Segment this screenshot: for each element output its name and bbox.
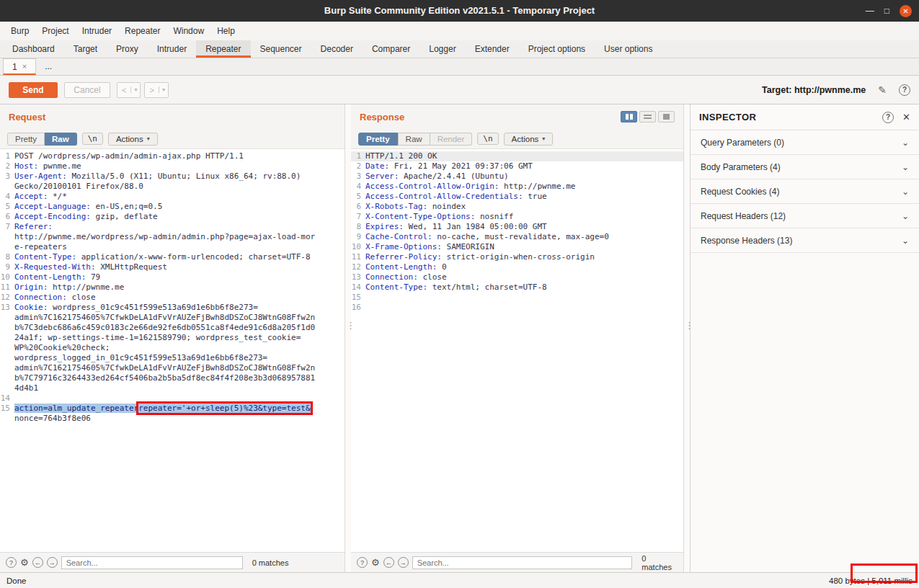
editor-line: 1HTTP/1.1 200 OK	[351, 151, 683, 161]
menu-intruder[interactable]: Intruder	[76, 24, 118, 38]
layout-columns-icon[interactable]	[621, 111, 637, 122]
request-search-matches: 0 matches	[252, 558, 289, 567]
close-tab-icon[interactable]: ×	[22, 62, 27, 71]
inspector-close-icon[interactable]: ✕	[902, 112, 910, 122]
request-pretty-tab[interactable]: Pretty	[7, 133, 45, 146]
edit-target-icon[interactable]: ✎	[878, 84, 887, 96]
request-response-splitter[interactable]: ⋮	[345, 104, 351, 572]
editor-line: 3Server: Apache/2.4.41 (Ubuntu)	[351, 172, 683, 182]
editor-line: e-repeaters	[0, 242, 345, 252]
editor-line: 7X-Content-Type-Options: nosniff	[351, 212, 683, 222]
editor-line: 5Accept-Language: en-US,en;q=0.5	[0, 202, 345, 212]
request-search-input[interactable]	[61, 556, 243, 569]
history-back-button[interactable]: < ▾	[117, 82, 141, 98]
editor-line: b%7C79716c3264433ed264cf5406ba2b5ba5df8e…	[0, 373, 345, 383]
response-actions-button[interactable]: Actions ▾	[504, 133, 554, 146]
chevron-down-icon: ⌄	[902, 138, 909, 148]
caret-down-icon: ▾	[542, 135, 545, 142]
search-next-icon[interactable]: →	[47, 557, 58, 568]
editor-line: admin%7C1621754605%7CfwkDeLA1dFvVrAUZeFj…	[0, 363, 345, 373]
layout-toggle-group	[621, 111, 675, 122]
menu-project[interactable]: Project	[35, 24, 75, 38]
show-newlines-button[interactable]: \n	[477, 133, 498, 145]
content-area: Request Pretty Raw \n Actions ▾ 1POST /w…	[0, 104, 919, 572]
tab-repeater[interactable]: Repeater	[196, 40, 250, 58]
response-metrics: 480 bytes | 5,011 millis	[829, 576, 913, 585]
search-next-icon[interactable]: →	[398, 557, 409, 568]
inspector-help-icon[interactable]: ?	[882, 112, 894, 123]
drag-handle-icon: ⋮	[685, 320, 694, 331]
history-forward-button[interactable]: > ▾	[144, 82, 168, 98]
inspector-section-request-cookies[interactable]: Request Cookies (4) ⌄	[691, 179, 919, 204]
response-inspector-splitter[interactable]: ⋮	[683, 104, 690, 572]
inspector-section-request-headers[interactable]: Request Headers (12) ⌄	[691, 204, 919, 228]
inspector-section-response-headers[interactable]: Response Headers (13) ⌄	[691, 228, 919, 253]
search-settings-icon[interactable]: ⚙	[20, 557, 29, 568]
request-search-bar: ? ⚙ ← → 0 matches	[0, 552, 345, 572]
request-actions-button[interactable]: Actions ▾	[108, 133, 158, 146]
tab-intruder[interactable]: Intruder	[148, 40, 196, 58]
request-raw-tab[interactable]: Raw	[45, 133, 77, 146]
send-button[interactable]: Send	[9, 82, 58, 98]
response-render-tab[interactable]: Render	[430, 133, 473, 146]
main-tab-bar: Dashboard Target Proxy Intruder Repeater…	[0, 40, 919, 58]
editor-line: 3User-Agent: Mozilla/5.0 (X11; Ubuntu; L…	[0, 172, 345, 182]
target-label: Target: http://pwnme.me	[762, 85, 866, 95]
help-icon[interactable]: ?	[899, 84, 910, 96]
tab-user-options[interactable]: User options	[595, 40, 662, 58]
menu-repeater[interactable]: Repeater	[118, 24, 167, 38]
layout-rows-icon[interactable]	[639, 111, 656, 122]
tab-extender[interactable]: Extender	[466, 40, 519, 58]
editor-line: 4Access-Control-Allow-Origin: http://pwn…	[351, 182, 683, 192]
layout-single-icon[interactable]	[658, 111, 675, 122]
minimize-icon[interactable]: —	[866, 6, 874, 15]
search-help-icon[interactable]: ?	[357, 557, 368, 568]
menu-bar: Burp Project Intruder Repeater Window He…	[0, 22, 919, 40]
caret-down-icon[interactable]: ▾	[130, 86, 140, 93]
chevron-down-icon: ⌄	[902, 236, 909, 246]
editor-line: 6X-Robots-Tag: noindex	[351, 202, 683, 212]
close-window-icon[interactable]: ✕	[900, 5, 912, 17]
response-editor[interactable]: 1HTTP/1.1 200 OK2Date: Fri, 21 May 2021 …	[351, 148, 683, 552]
tab-logger[interactable]: Logger	[419, 40, 465, 58]
editor-line: 14	[0, 393, 345, 404]
search-prev-icon[interactable]: ←	[32, 557, 43, 568]
tab-comparer[interactable]: Comparer	[363, 40, 419, 58]
cancel-button[interactable]: Cancel	[64, 82, 110, 98]
editor-line: 8Content-Type: application/x-www-form-ur…	[0, 252, 345, 262]
response-raw-tab[interactable]: Raw	[398, 133, 430, 146]
editor-line: 10X-Frame-Options: SAMEORIGIN	[351, 242, 683, 252]
show-newlines-button[interactable]: \n	[82, 133, 103, 145]
maximize-icon[interactable]: □	[884, 6, 889, 15]
menu-help[interactable]: Help	[210, 24, 241, 38]
menu-burp[interactable]: Burp	[4, 24, 35, 38]
menu-window[interactable]: Window	[167, 24, 210, 38]
request-editor[interactable]: 1POST /wordpress/wp-admin/admin-ajax.php…	[0, 148, 345, 552]
editor-line: wordpress_logged_in_01c9c451f599e513a69d…	[0, 353, 345, 363]
editor-line: 13Cookie: wordpress_01c9c451f599e513a69d…	[0, 303, 345, 313]
drag-handle-icon: ⋮	[346, 320, 355, 331]
response-editor-tabs: Pretty Raw Render \n Actions ▾	[351, 129, 683, 148]
search-help-icon[interactable]: ?	[6, 557, 17, 568]
inspector-section-query-parameters[interactable]: Query Parameters (0) ⌄	[691, 130, 919, 155]
response-search-input[interactable]	[412, 556, 633, 569]
response-pretty-tab[interactable]: Pretty	[358, 133, 398, 146]
response-title: Response	[360, 112, 404, 122]
tab-target[interactable]: Target	[64, 40, 107, 58]
tab-proxy[interactable]: Proxy	[107, 40, 148, 58]
action-bar: Send Cancel < ▾ > ▾ Target: http://pwnme…	[0, 76, 919, 104]
tab-project-options[interactable]: Project options	[519, 40, 595, 58]
tab-decoder[interactable]: Decoder	[311, 40, 363, 58]
editor-line: 12Content-Length: 0	[351, 262, 683, 272]
inspector-section-body-parameters[interactable]: Body Parameters (4) ⌄	[691, 155, 919, 179]
search-prev-icon[interactable]: ←	[383, 557, 394, 568]
search-settings-icon[interactable]: ⚙	[371, 557, 380, 568]
tab-sequencer[interactable]: Sequencer	[251, 40, 311, 58]
burp-suite-window: Burp Suite Community Edition v2021.5.1 -…	[0, 0, 919, 588]
repeater-tab-1[interactable]: 1 ×	[3, 58, 36, 75]
caret-down-icon[interactable]: ▾	[159, 86, 168, 93]
chevron-down-icon: ⌄	[902, 211, 909, 221]
editor-line: 15action=alm_update_repeaterrepeater='+o…	[0, 404, 345, 414]
tab-dashboard[interactable]: Dashboard	[3, 40, 64, 58]
repeater-tab-more[interactable]: ...	[36, 58, 61, 75]
